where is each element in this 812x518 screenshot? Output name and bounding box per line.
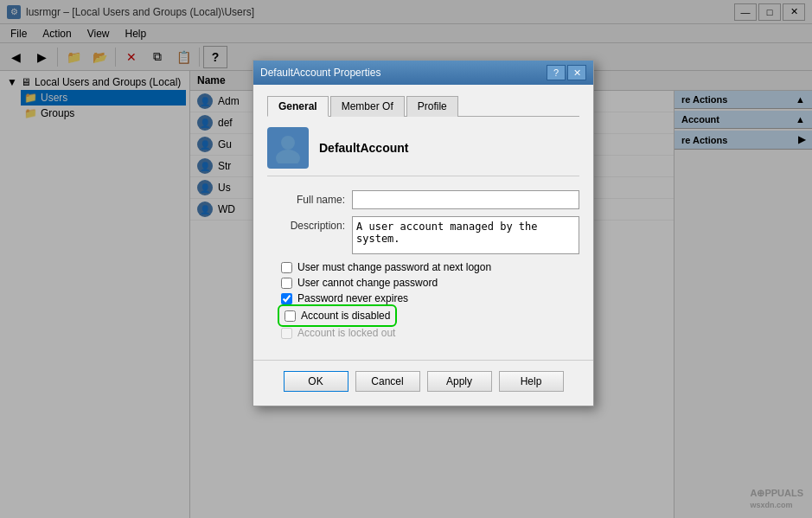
svg-point-1 [276, 150, 300, 163]
checkbox-row-2: User cannot change password [281, 277, 579, 289]
ok-button[interactable]: OK [284, 371, 348, 392]
tab-profile[interactable]: Profile [406, 96, 458, 117]
cb-password-never-expires[interactable] [281, 293, 292, 304]
apply-button[interactable]: Apply [427, 371, 492, 392]
tab-member-of[interactable]: Member Of [330, 96, 405, 117]
full-name-row: Full name: [267, 190, 579, 209]
description-input[interactable]: A user account managed by the system. [352, 216, 579, 254]
dialog-user-name: DefaultAccount [319, 141, 408, 155]
checkbox-row-4: Account is disabled [281, 308, 393, 323]
cb-must-change-password[interactable] [281, 262, 292, 273]
cb-must-change-password-label: User must change password at next logon [297, 261, 491, 273]
full-name-input[interactable] [352, 190, 579, 209]
svg-point-0 [281, 136, 295, 150]
cb-account-disabled[interactable] [285, 310, 296, 322]
checkbox-row-5: Account is locked out [281, 327, 579, 339]
cb-account-disabled-label: Account is disabled [301, 310, 390, 322]
dialog-footer: OK Cancel Apply Help [253, 360, 593, 406]
description-label: Description: [267, 216, 345, 232]
dialog-title-controls: ? ✕ [547, 65, 586, 80]
modal-overlay: DefaultAccount Properties ? ✕ General Me… [0, 0, 812, 518]
cb-account-locked-out [281, 328, 292, 339]
user-avatar [267, 127, 309, 169]
checkbox-row-3: Password never expires [281, 292, 579, 304]
full-name-label: Full name: [267, 194, 345, 206]
tab-general[interactable]: General [267, 96, 329, 117]
cb-account-locked-out-label: Account is locked out [297, 327, 395, 339]
dialog-body: General Member Of Profile DefaultAccount… [253, 85, 593, 353]
dialog-tabs: General Member Of Profile [267, 95, 579, 117]
cb-password-never-expires-label: Password never expires [297, 292, 408, 304]
dialog-title-text: DefaultAccount Properties [260, 67, 380, 79]
cb-cannot-change-password[interactable] [281, 278, 292, 289]
cancel-button[interactable]: Cancel [355, 371, 420, 392]
user-info-row: DefaultAccount [267, 127, 579, 176]
dialog-title-bar: DefaultAccount Properties ? ✕ [253, 61, 593, 85]
dialog-help-button[interactable]: ? [547, 65, 566, 80]
dialog: DefaultAccount Properties ? ✕ General Me… [253, 60, 594, 406]
cb-cannot-change-password-label: User cannot change password [297, 277, 438, 289]
help-dialog-button[interactable]: Help [499, 371, 564, 392]
checkbox-row-1: User must change password at next logon [281, 261, 579, 273]
dialog-close-button[interactable]: ✕ [567, 65, 586, 80]
checkbox-group: User must change password at next logon … [267, 261, 579, 339]
description-row: Description: A user account managed by t… [267, 216, 579, 254]
